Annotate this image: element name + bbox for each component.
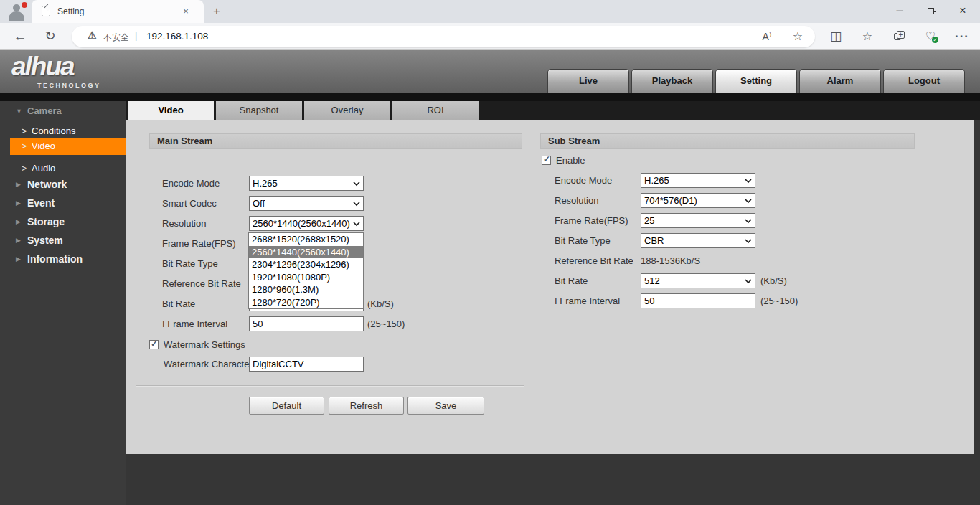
app-header: alhua TECHNOLOGY Live Playback Setting A… [0, 50, 980, 93]
split-screen-icon[interactable]: ◫ [824, 25, 847, 48]
nav-playback-button[interactable]: Playback [631, 69, 713, 93]
tab-overlay[interactable]: Overlay [304, 101, 390, 120]
sub-i-frame-interval-input[interactable]: 50 [641, 293, 755, 308]
dropdown-option[interactable]: 1280*720(720P) [249, 296, 363, 309]
watermark-settings-checkbox[interactable]: ✓ [149, 340, 159, 349]
read-aloud-icon[interactable]: A⁾ [757, 28, 777, 45]
sidebar-group-storage[interactable]: ▶ Storage [0, 215, 126, 230]
sub-stream-panel-header: Sub Stream [540, 133, 915, 149]
resolution-select[interactable]: 2560*1440(2560x1440) [249, 216, 364, 231]
sidebar-group-information[interactable]: ▶ Information [0, 252, 126, 267]
sub-bit-rate-select[interactable]: 512 [641, 273, 755, 288]
dropdown-option[interactable]: 2688*1520(2688x1520) [249, 233, 363, 246]
tab-roi[interactable]: ROI [392, 101, 479, 120]
collections-icon[interactable]: + [887, 25, 910, 48]
resolution-dropdown-list[interactable]: 2688*1520(2688x1520) 2560*1440(2560x1440… [248, 232, 364, 309]
sub-stream-enable-checkbox[interactable]: ✓ [542, 156, 551, 165]
not-secure-warning-icon: ⚠ [88, 29, 97, 41]
dropdown-option-selected[interactable]: 2560*1440(2560x1440) [249, 246, 363, 259]
avatar-icon [13, 4, 20, 11]
chevron-down-icon [745, 179, 752, 184]
default-button[interactable]: Default [249, 397, 324, 415]
chevron-down-icon [745, 279, 752, 284]
sub-resolution-select[interactable]: 704*576(D1) [641, 193, 755, 208]
tab-snapshot[interactable]: Snapshot [216, 101, 302, 120]
sub-i-frame-interval-range: (25~150) [760, 293, 798, 308]
nav-logout-button[interactable]: Logout [883, 69, 965, 93]
dropdown-option[interactable]: 1280*960(1.3M) [249, 283, 363, 296]
sub-frame-rate-select[interactable]: 25 [641, 213, 755, 228]
sub-resolution-label: Resolution [555, 193, 598, 208]
chevron-right-icon: ▶ [16, 255, 21, 263]
dropdown-option[interactable]: 2304*1296(2304x1296) [249, 258, 363, 271]
sidebar-item-audio[interactable]: > Audio [10, 160, 126, 177]
i-frame-interval-range: (25~150) [367, 316, 405, 331]
not-secure-label[interactable]: 不安全 [103, 32, 129, 44]
profile-avatar[interactable] [6, 3, 27, 21]
sub-reference-bit-rate-label: Reference Bit Rate [555, 253, 633, 268]
resolution-label: Resolution [162, 216, 206, 231]
sidebar-group-network[interactable]: ▶ Network [0, 178, 126, 192]
sidebar-item-video[interactable]: > Video [10, 138, 126, 155]
encode-mode-select[interactable]: H.265 [249, 176, 364, 191]
bit-rate-label: Bit Rate [162, 296, 195, 311]
chevron-down-icon [353, 202, 360, 207]
sub-arrow-icon: > [22, 138, 27, 155]
sidebar-group-event[interactable]: ▶ Event [0, 197, 126, 211]
refresh-icon[interactable]: ↻ [39, 25, 62, 48]
favorites-icon[interactable]: ☆ [856, 25, 879, 48]
close-tab-icon[interactable]: × [179, 5, 192, 18]
header-divider [0, 93, 980, 101]
nav-live-button[interactable]: Live [547, 69, 629, 93]
minimize-button[interactable]: ─ [884, 0, 915, 23]
dahua-logo: alhua [11, 52, 74, 82]
frame-rate-label: Frame Rate(FPS) [162, 236, 236, 251]
sub-frame-rate-label: Frame Rate(FPS) [555, 213, 628, 228]
chevron-down-icon [745, 219, 752, 224]
browser-tab[interactable]: Setting × [32, 0, 204, 23]
watermark-character-label: Watermark Character [164, 357, 253, 372]
sidebar-group-camera[interactable]: ▼ Camera [0, 105, 126, 119]
refresh-button[interactable]: Refresh [329, 397, 404, 415]
sub-bit-rate-type-select[interactable]: CBR [641, 233, 755, 248]
watermark-character-input[interactable]: DigitalCCTV [249, 357, 364, 372]
browser-essentials-icon[interactable]: ♡ ✓ [919, 25, 942, 48]
chevron-right-icon: ▶ [16, 199, 21, 207]
restore-button[interactable] [915, 0, 947, 23]
dropdown-option[interactable]: 1920*1080(1080P) [249, 271, 363, 284]
smart-codec-select[interactable]: Off [249, 196, 364, 211]
notification-dot [22, 2, 27, 8]
chevron-right-icon: ▶ [16, 218, 21, 225]
content-area: Main Stream Encode Mode H.265 Smart Code… [126, 120, 974, 454]
sub-bit-rate-type-label: Bit Rate Type [555, 233, 611, 248]
back-icon[interactable]: ← [9, 25, 32, 48]
sub-arrow-icon: > [22, 160, 27, 177]
chevron-right-icon: ▶ [16, 181, 21, 188]
new-tab-button[interactable]: + [209, 4, 224, 19]
tab-video[interactable]: Video [128, 101, 214, 120]
nav-alarm-button[interactable]: Alarm [799, 69, 881, 93]
url-text[interactable]: 192.168.1.108 [146, 31, 208, 42]
more-menu-icon[interactable]: ··· [951, 25, 974, 48]
check-icon: ✓ [543, 154, 550, 164]
reference-bit-rate-label: Reference Bit Rate [162, 276, 241, 291]
sub-encode-mode-select[interactable]: H.265 [641, 173, 755, 188]
sidebar-group-system[interactable]: ▶ System [0, 234, 126, 248]
favorite-star-icon[interactable]: ☆ [788, 28, 808, 45]
main-stream-panel-header: Main Stream [149, 133, 522, 149]
avatar-icon [9, 11, 24, 21]
nav-setting-button[interactable]: Setting [715, 69, 797, 93]
address-bar[interactable]: ⚠ 不安全 | 192.168.1.108 A⁾ ☆ [72, 26, 815, 47]
save-button[interactable]: Save [407, 397, 484, 415]
watermark-settings-label: Watermark Settings [164, 337, 245, 352]
dahua-logo-subtext: TECHNOLOGY [37, 82, 101, 89]
close-window-button[interactable]: × [947, 0, 979, 23]
sub-bit-rate-unit: (Kb/S) [760, 273, 787, 288]
i-frame-interval-input[interactable]: 50 [249, 316, 364, 331]
tab-title: Setting [57, 6, 84, 16]
check-icon: ✓ [151, 339, 158, 349]
chevron-down-icon [353, 222, 360, 227]
browser-toolbar: ← ↻ ⚠ 不安全 | 192.168.1.108 A⁾ ☆ ◫ ☆ + ♡ ✓… [0, 23, 980, 50]
footer-divider [136, 385, 524, 386]
separator: | [135, 30, 137, 41]
